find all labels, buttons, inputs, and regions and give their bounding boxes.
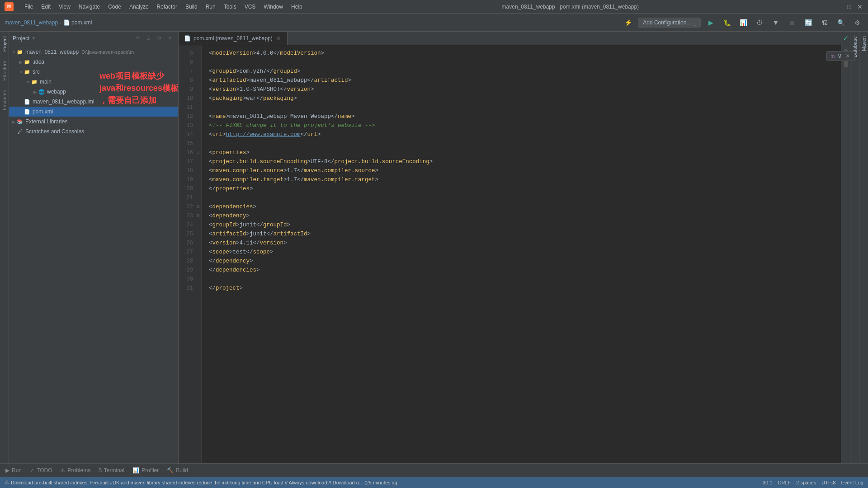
fold-gutter-27 bbox=[195, 248, 201, 257]
tree-arrow-main[interactable]: ▾ bbox=[25, 79, 31, 84]
line-number-15: 15 bbox=[180, 139, 193, 148]
show-options-icon[interactable]: ⚙ bbox=[155, 34, 164, 43]
line-number-31: 31 bbox=[180, 284, 193, 293]
tree-item-scratches[interactable]: 🖊Scratches and Consoles bbox=[9, 127, 178, 136]
tree-label-pom: pom.xml bbox=[33, 108, 53, 115]
menu-item-build[interactable]: Build bbox=[182, 2, 201, 11]
close-button[interactable]: ✕ bbox=[856, 3, 863, 10]
status-right: 30:1 CRLF 2 spaces UTF-8 Event Log bbox=[763, 480, 863, 485]
tree-icon-extlibs: 📚 bbox=[16, 118, 24, 125]
main-toolbar: maven_0811_webapp › 📄 pom.xml ⚡ Add Conf… bbox=[0, 14, 868, 32]
run-with-coverage-button[interactable]: 📊 bbox=[737, 16, 750, 29]
kotlin-icon[interactable]: ⚡ bbox=[622, 16, 634, 29]
settings-button[interactable]: ⚙ bbox=[851, 16, 863, 29]
menu-item-file[interactable]: File bbox=[21, 2, 37, 11]
tree-item-pom[interactable]: 📄pom.xml bbox=[9, 107, 178, 117]
menu-item-navigate[interactable]: Navigate bbox=[75, 2, 104, 11]
title-bar: M FileEditViewNavigateCodeAnalyzeRefacto… bbox=[0, 0, 868, 14]
line-number-9: 9 bbox=[180, 85, 193, 94]
fold-gutter-16[interactable]: ⊟ bbox=[195, 148, 201, 157]
add-configuration-button[interactable]: Add Configuration... _ bbox=[638, 18, 701, 28]
tree-arrow-webapp[interactable]: ▶ bbox=[33, 89, 38, 94]
breadcrumb-project[interactable]: maven_0811_webapp bbox=[5, 19, 58, 26]
bottom-tab-terminal[interactable]: $Terminal bbox=[95, 465, 128, 476]
tree-item-webapp[interactable]: ▶🌐webapp bbox=[9, 87, 178, 97]
hide-panel-icon[interactable]: ✕ bbox=[165, 34, 175, 43]
line-number-18: 18 bbox=[180, 166, 193, 175]
project-panel-tab[interactable]: Project bbox=[0, 32, 9, 56]
line-endings[interactable]: CRLF bbox=[778, 480, 791, 485]
sync-files-icon[interactable]: ⟳ bbox=[133, 34, 142, 43]
menu-item-view[interactable]: View bbox=[55, 2, 74, 11]
tree-label-iml: maven_0811_webapp.iml bbox=[33, 99, 94, 105]
code-line-7: <groupId>com.yzh7</groupId> bbox=[209, 67, 841, 76]
line-number-13: 13 bbox=[180, 121, 193, 130]
dropdown-button[interactable]: ▼ bbox=[769, 16, 782, 29]
panel-title-arrow: ▼ bbox=[31, 36, 36, 41]
left-panels: Project Structure Favorites bbox=[0, 32, 9, 463]
code-line-12: <name>maven_0811_webapp Maven Webapp</na… bbox=[209, 112, 841, 121]
project-dropdown[interactable]: Project ▼ bbox=[13, 35, 36, 42]
fold-gutter-8 bbox=[195, 76, 201, 85]
tree-arrow-extlibs[interactable]: ▶ bbox=[11, 119, 16, 124]
menu-item-window[interactable]: Window bbox=[260, 2, 287, 11]
fold-gutter-22[interactable]: ⊟ bbox=[195, 202, 201, 211]
tree-icon-iml: 📄 bbox=[24, 98, 31, 105]
editor-tab-pom[interactable]: 📄 pom.xml (maven_0811_webapp) ✕ bbox=[179, 32, 288, 45]
tree-item-idea[interactable]: ▶📁.idea bbox=[9, 57, 178, 67]
code-editor[interactable]: <modelVersion>4.0.0</modelVersion> <grou… bbox=[202, 45, 841, 463]
tree-arrow-idea[interactable]: ▶ bbox=[18, 59, 24, 65]
menu-item-run[interactable]: Run bbox=[202, 2, 219, 11]
code-line-22: <dependencies> bbox=[209, 202, 841, 211]
event-log-button[interactable]: Event Log bbox=[841, 480, 863, 485]
status-bar: ⚠ Download pre-built shared indexes: Pre… bbox=[0, 477, 868, 488]
menu-bar: FileEditViewNavigateCodeAnalyzeRefactorB… bbox=[21, 2, 306, 11]
bottom-tab-build[interactable]: 🔨Build bbox=[163, 465, 192, 476]
menu-item-analyze[interactable]: Analyze bbox=[126, 2, 152, 11]
menu-item-edit[interactable]: Edit bbox=[38, 2, 54, 11]
bottom-tab-todo[interactable]: ✓TODO bbox=[26, 465, 56, 476]
sync-button[interactable]: 🔄 bbox=[802, 16, 815, 29]
maven-popup-close[interactable]: ✕ bbox=[844, 53, 851, 59]
bottom-tab-problems[interactable]: ⚠Problems bbox=[57, 465, 94, 476]
line-number-21: 21 bbox=[180, 193, 193, 202]
maximize-button[interactable]: □ bbox=[845, 3, 853, 10]
favorites-panel-tab[interactable]: Favorites bbox=[0, 85, 9, 115]
tree-item-maven_0811_webapp[interactable]: ▾📁maven_0811_webappD:\java-maven-space\m bbox=[9, 47, 178, 57]
maven-panel-tab[interactable]: Maven bbox=[859, 32, 868, 56]
stop-button[interactable]: ⏹ bbox=[786, 16, 798, 29]
bottom-tab-run[interactable]: ▶Run bbox=[2, 465, 25, 476]
minimize-button[interactable]: ─ bbox=[835, 3, 842, 10]
bottom-tabs-bar: ▶Run✓TODO⚠Problems$Terminal📊Profiler🔨Bui… bbox=[0, 463, 868, 477]
menu-item-help[interactable]: Help bbox=[288, 2, 306, 11]
tree-item-iml[interactable]: 📄maven_0811_webapp.iml bbox=[9, 97, 178, 107]
menu-item-code[interactable]: Code bbox=[104, 2, 125, 11]
bottom-tab-profiler[interactable]: 📊Profiler bbox=[129, 465, 162, 476]
structure-panel-tab[interactable]: Structure bbox=[0, 56, 9, 85]
breadcrumb-file: 📄 pom.xml bbox=[63, 19, 92, 26]
tree-item-main[interactable]: ▾📁main bbox=[9, 77, 178, 87]
profiler-button[interactable]: ⏱ bbox=[753, 16, 766, 29]
indent-settings[interactable]: 2 spaces bbox=[796, 480, 816, 485]
project-structure-button[interactable]: 🏗 bbox=[818, 16, 831, 29]
debug-button[interactable]: 🐛 bbox=[721, 16, 733, 29]
tab-close-button[interactable]: ✕ bbox=[275, 35, 282, 42]
run-button[interactable]: ▶ bbox=[704, 16, 717, 29]
menu-item-tools[interactable]: Tools bbox=[220, 2, 240, 11]
search-everywhere-button[interactable]: 🔍 bbox=[835, 16, 847, 29]
file-encoding[interactable]: UTF-8 bbox=[821, 480, 835, 485]
fold-gutter-23[interactable]: ⊟ bbox=[195, 211, 201, 221]
menu-item-refactor[interactable]: Refactor bbox=[153, 2, 181, 11]
collapse-all-icon[interactable]: ⊟ bbox=[144, 34, 153, 43]
tree-label-maven_0811_webapp: maven_0811_webapp bbox=[25, 49, 79, 55]
line-number-24: 24 bbox=[180, 221, 193, 230]
menu-item-vcs[interactable]: VCS bbox=[241, 2, 259, 11]
code-line-21 bbox=[209, 193, 841, 202]
line-number-25: 25 bbox=[180, 230, 193, 239]
tree-arrow-src[interactable]: ▾ bbox=[18, 69, 24, 75]
tree-arrow-maven_0811_webapp[interactable]: ▾ bbox=[11, 49, 16, 55]
tree-item-extlibs[interactable]: ▶📚External Libraries bbox=[9, 117, 178, 127]
tree-item-src[interactable]: ▾📁src bbox=[9, 67, 178, 77]
cursor-position[interactable]: 30:1 bbox=[763, 480, 772, 485]
line-number-27: 27 bbox=[180, 248, 193, 257]
